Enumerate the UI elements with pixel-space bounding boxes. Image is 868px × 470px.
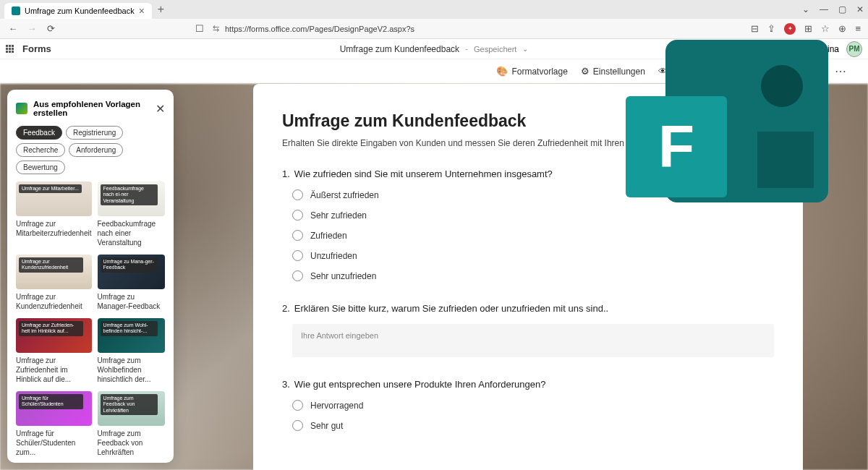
question-text: Wie gut entsprechen unsere Produkte Ihre…: [294, 379, 546, 390]
filter-chip[interactable]: Recherche: [16, 143, 65, 157]
choice-option[interactable]: Sehr gut: [292, 420, 774, 431]
choice-option[interactable]: Äußerst zufrieden: [292, 189, 774, 200]
radio-icon[interactable]: [292, 420, 303, 431]
question[interactable]: 1.Wie zufrieden sind Sie mit unserem Unt…: [282, 168, 774, 281]
thumbnail-tag: Umfrage zum Wohl-befinden hinsicht-...: [101, 321, 158, 336]
question[interactable]: 3.Wie gut entsprechen unsere Produkte Ih…: [282, 379, 774, 431]
preview-button[interactable]: 👁Vorschau: [658, 66, 707, 77]
style-button[interactable]: 🎨Formatvorlage: [496, 66, 567, 77]
choice-option[interactable]: Hervorragend: [292, 400, 774, 411]
bookmark-icon[interactable]: ☐: [194, 23, 205, 34]
user-avatar[interactable]: PM: [846, 41, 862, 57]
collect-responses-button[interactable]: ▶Antworten: [720, 63, 787, 80]
radio-icon[interactable]: [292, 189, 303, 200]
save-status: Gespeichert: [474, 45, 516, 54]
reader-icon[interactable]: ⊟: [751, 23, 759, 34]
collect-label: Antworten: [739, 67, 778, 77]
palette-icon: 🎨: [496, 66, 508, 77]
browser-tab-bar: Umfrage zum Kundenfeedback × + ⌄ — ▢ ✕: [0, 0, 868, 19]
thumbnail-tag: Umfrage zum Feedback von Lehrkräften: [101, 394, 158, 415]
template-card[interactable]: Umfrage zu Mana-ger-FeedbackUmfrage zu M…: [98, 255, 166, 311]
question-number: 1.: [282, 168, 290, 179]
template-thumbnail: Umfrage zu Mana-ger-Feedback: [98, 255, 166, 289]
choice-option[interactable]: Sehr zufrieden: [292, 210, 774, 221]
filter-chips: FeedbackRegistrierungRechercheAnforderun…: [16, 126, 165, 174]
close-panel-button[interactable]: ✕: [156, 102, 165, 116]
question[interactable]: 2.Erklären Sie bitte kurz, warum Sie zuf…: [282, 303, 774, 357]
choice-option[interactable]: Sehr unzufrieden: [292, 270, 774, 281]
eye-icon: 👁: [658, 66, 668, 77]
radio-icon[interactable]: [292, 230, 303, 241]
choice-option[interactable]: Unzufrieden: [292, 250, 774, 261]
favorites-icon[interactable]: ☆: [821, 23, 830, 34]
url-field[interactable]: ⇆ https://forms.office.com/Pages/DesignP…: [213, 24, 744, 33]
choice-option[interactable]: Zufrieden: [292, 230, 774, 241]
template-label: Umfrage für Schüler/Studenten zum...: [16, 429, 92, 457]
thumbnail-tag: Umfrage zu Mana-ger-Feedback: [101, 257, 158, 273]
present-label: tieren: [800, 67, 822, 77]
address-bar: ← → ⟳ ☐ ⇆ https://forms.office.com/Pages…: [0, 19, 868, 39]
template-card[interactable]: Umfrage zur Zufrieden-heit im Hinblick a…: [16, 318, 92, 384]
text-answer-input[interactable]: Ihre Antwort eingeben: [292, 324, 774, 357]
template-card[interactable]: Umfrage für Schüler/StudentenUmfrage für…: [16, 391, 92, 457]
browser-tab[interactable]: Umfrage zum Kundenfeedback ×: [4, 3, 152, 19]
template-label: Umfrage zur Kundenzufriedenheit: [16, 292, 92, 311]
user-name: Paulina: [810, 44, 839, 54]
app-name[interactable]: Forms: [22, 43, 51, 54]
present-button[interactable]: tieren: [800, 67, 822, 77]
filter-chip[interactable]: Bewertung: [16, 161, 65, 174]
settings-button[interactable]: ⚙Einstellungen: [581, 66, 645, 77]
template-card[interactable]: Umfrage zum Feedback von LehrkräftenUmfr…: [98, 391, 166, 457]
radio-icon[interactable]: [292, 400, 303, 411]
template-card[interactable]: Umfrage zur KundenzufriedenheitUmfrage z…: [16, 255, 92, 311]
radio-icon[interactable]: [292, 250, 303, 261]
option-label: Äußerst zufrieden: [310, 190, 379, 200]
filter-chip[interactable]: Feedback: [16, 126, 62, 140]
questions-list: 1.Wie zufrieden sind Sie mit unserem Unt…: [282, 168, 774, 431]
panel-title: Aus empfohlenen Vorlagen erstellen: [33, 100, 150, 117]
menu-icon[interactable]: ≡: [855, 23, 861, 34]
template-card[interactable]: Feedbackumfrage nach ei-ner Veranstaltun…: [98, 181, 166, 247]
form-title[interactable]: Umfrage zum Kundenfeedback: [282, 111, 774, 131]
template-card[interactable]: Umfrage zur Mitarbeiter...Umfrage zur Mi…: [16, 181, 92, 247]
maximize-icon[interactable]: ▢: [838, 4, 846, 14]
site-info-icon[interactable]: ⇆: [213, 24, 219, 33]
question-header: 1.Wie zufrieden sind Sie mit unserem Unt…: [282, 168, 774, 179]
chevron-down-icon[interactable]: ⌄: [522, 45, 528, 53]
template-thumbnail: Feedbackumfrage nach ei-ner Veranstaltun…: [98, 181, 166, 216]
chevron-down-icon[interactable]: ⌄: [802, 4, 809, 14]
template-label: Feedbackumfrage nach einer Veranstaltung: [98, 219, 166, 247]
app-launcher-icon[interactable]: [6, 45, 14, 53]
more-options-button[interactable]: ⋯: [835, 64, 846, 78]
minimize-icon[interactable]: —: [820, 4, 828, 14]
radio-icon[interactable]: [292, 210, 303, 221]
extension-badge-icon[interactable]: ✦: [784, 23, 796, 35]
template-card[interactable]: Umfrage zum Wohl-befinden hinsicht-...Um…: [98, 318, 166, 384]
question-header: 3.Wie gut entsprechen unsere Produkte Ih…: [282, 379, 774, 390]
tab-title: Umfrage zum Kundenfeedback: [25, 7, 135, 15]
radio-icon[interactable]: [292, 270, 303, 281]
filter-chip[interactable]: Anforderung: [69, 143, 123, 157]
template-thumbnail: Umfrage zur Kundenzufriedenheit: [16, 255, 92, 289]
back-button[interactable]: ←: [7, 23, 19, 34]
document-title[interactable]: Umfrage zum Kundenfeedback: [340, 44, 459, 54]
share-icon[interactable]: ⇪: [767, 23, 775, 34]
question-number: 2.: [282, 303, 290, 314]
forward-button[interactable]: →: [26, 23, 38, 34]
option-label: Unzufrieden: [310, 251, 357, 261]
new-tab-button[interactable]: +: [158, 3, 164, 16]
toolbar: 🎨Formatvorlage ⚙Einstellungen 👁Vorschau …: [0, 59, 868, 84]
question-text: Erklären Sie bitte kurz, warum Sie zufri…: [294, 303, 608, 314]
close-window-icon[interactable]: ✕: [856, 4, 864, 14]
option-label: Hervorragend: [310, 401, 363, 411]
option-label: Sehr unzufrieden: [310, 271, 376, 281]
reload-button[interactable]: ⟳: [45, 23, 56, 34]
form-description[interactable]: Erhalten Sie direkte Eingaben von Kunden…: [282, 138, 774, 148]
settings-label: Einstellungen: [593, 67, 645, 77]
collections-icon[interactable]: ⊕: [838, 23, 846, 34]
extensions-icon[interactable]: ⊞: [804, 23, 812, 34]
filter-chip[interactable]: Registrierung: [66, 126, 123, 140]
close-tab-icon[interactable]: ×: [139, 5, 145, 17]
thumbnail-tag: Umfrage für Schüler/Studenten: [19, 394, 83, 409]
option-label: Sehr gut: [310, 421, 343, 431]
